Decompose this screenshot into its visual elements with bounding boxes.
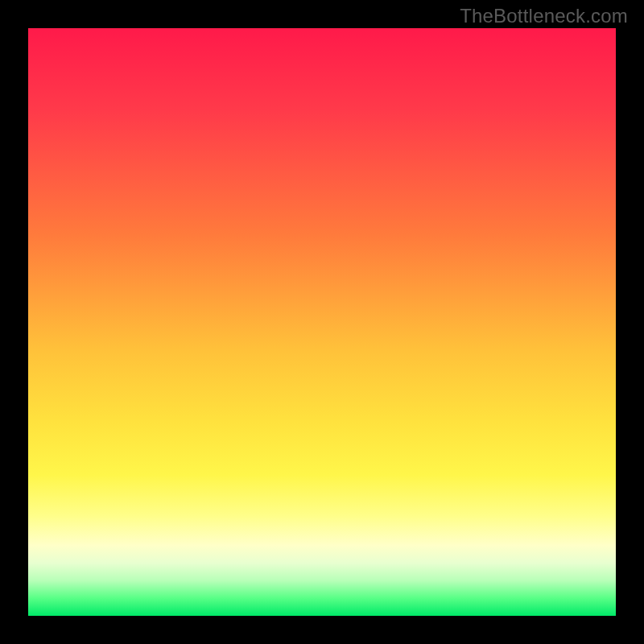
watermark-text: TheBottleneck.com xyxy=(460,5,628,27)
chart-container: TheBottleneck.com xyxy=(0,0,644,644)
gradient-background xyxy=(28,28,616,616)
plot-area xyxy=(28,28,616,616)
